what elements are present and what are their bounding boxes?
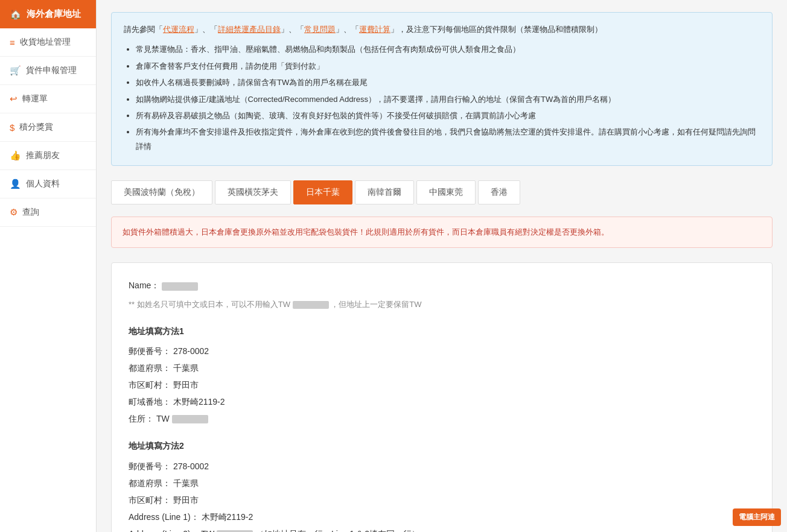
s1-prefecture-value: 千葉県	[173, 363, 199, 373]
sidebar-item-label: 查詢	[22, 207, 39, 218]
s1-postal-value: 278-0002	[173, 346, 209, 356]
tab-hk[interactable]: 香港	[478, 180, 520, 204]
sidebar-item-points[interactable]: $ 積分獎賞	[0, 113, 96, 142]
sidebar-header[interactable]: 🏠 海外倉庫地址	[0, 0, 96, 28]
sidebar-item-inquiry[interactable]: ⚙ 查詢	[0, 198, 96, 227]
bottom-logo: 電腦主阿達	[733, 508, 781, 526]
sidebar-item-label: 收貨地址管理	[20, 37, 71, 48]
name-row: Name：	[129, 277, 755, 294]
transfer-icon: ↩	[10, 93, 18, 104]
section2-title: 地址填寫方法2	[129, 438, 755, 454]
tab-japan[interactable]: 日本千葉	[293, 180, 352, 204]
s2-line2-note: （如地址只有一行，Line 1 & 2填在同一行）	[255, 529, 420, 532]
sidebar-item-label: 積分獎賞	[19, 122, 53, 133]
link-calc[interactable]: 運費計算	[359, 25, 390, 34]
tab-china[interactable]: 中國東莞	[416, 180, 476, 204]
s1-city: 市区町村： 野田市	[129, 376, 755, 393]
s1-prefecture: 都道府県： 千葉県	[129, 359, 755, 376]
gear-icon: ⚙	[10, 207, 18, 218]
warehouse-icon: 🏠	[10, 8, 22, 20]
notice-item-1: 常見禁運物品：香水、指甲油、壓縮氣體、易燃物品和肉類製品（包括任何含有肉類成份可…	[136, 42, 760, 56]
s2-line2-tw: TW	[201, 529, 214, 532]
warning-box: 如貨件外箱體積過大，日本倉庫會更換原外箱並改用宅配袋包裝貨件！此規則適用於所有貨…	[111, 217, 773, 248]
sidebar: 🏠 海外倉庫地址 ≡ 收貨地址管理 🛒 貨件申報管理 ↩ 轉運單 $ 積分獎賞 …	[0, 0, 97, 532]
s1-city-label: 市区町村：	[129, 380, 171, 390]
person-icon: 👤	[10, 179, 21, 189]
s1-postal: 郵便番号： 278-0002	[129, 343, 755, 359]
s2-postal-label: 郵便番号：	[129, 461, 171, 471]
s2-line1-value: 木野崎2119-2	[202, 512, 253, 522]
main-content: 請先參閱「代運流程」、「詳細禁運產品目錄」、「常見問題」、「運費計算」，及注意下…	[97, 0, 787, 532]
tab-uk[interactable]: 英國橫茨茅夫	[215, 180, 291, 204]
warning-text: 如貨件外箱體積過大，日本倉庫會更換原外箱並改用宅配袋包裝貨件！此規則適用於所有貨…	[123, 227, 609, 236]
sidebar-item-referral[interactable]: 👍 推薦朋友	[0, 142, 96, 170]
notice-list: 常見禁運物品：香水、指甲油、壓縮氣體、易燃物品和肉類製品（包括任何含有肉類成份可…	[124, 42, 760, 153]
sidebar-item-label: 轉運單	[22, 93, 48, 104]
s1-town-label: 町域番地：	[129, 397, 171, 407]
notice-box: 請先參閱「代運流程」、「詳細禁運產品目錄」、「常見問題」、「運費計算」，及注意下…	[111, 12, 773, 166]
dollar-icon: $	[10, 122, 14, 133]
s2-line2-label: Address (Line 2)：	[129, 529, 199, 532]
link-faq[interactable]: 常見問題	[304, 25, 336, 34]
s2-prefecture-label: 都道府県：	[129, 478, 171, 488]
s2-city-label: 市区町村：	[129, 495, 171, 505]
s2-line1-label: Address (Line 1)：	[129, 512, 199, 522]
sidebar-item-parcel-mgmt[interactable]: 🛒 貨件申報管理	[0, 57, 96, 85]
list-icon: ≡	[10, 37, 15, 48]
notice-intro: 請先參閱「代運流程」、「詳細禁運產品目錄」、「常見問題」、「運費計算」，及注意下…	[124, 22, 760, 36]
sidebar-item-label: 推薦朋友	[26, 150, 60, 161]
s1-address-tw: TW	[156, 414, 170, 423]
s1-town-value: 木野崎2119-2	[173, 397, 225, 407]
s2-prefecture-value: 千葉県	[173, 478, 199, 488]
link-process[interactable]: 代運流程	[163, 25, 194, 34]
s2-postal: 郵便番号： 278-0002	[129, 458, 755, 475]
s1-town: 町域番地： 木野崎2119-2	[129, 393, 755, 410]
notice-item-2: 倉庫不會替客戶支付任何費用，請勿使用「貨到付款」	[136, 59, 760, 73]
s1-postal-label: 郵便番号：	[129, 346, 171, 356]
s1-address-blurred	[172, 415, 208, 423]
s1-prefecture-label: 都道府県：	[129, 363, 171, 373]
notice-item-6: 所有海外倉庫均不會安排退件及拒收指定貨件，海外倉庫在收到您的貨件後會發往目的地，…	[136, 125, 760, 153]
s1-city-value: 野田市	[173, 380, 199, 390]
cart-icon: 🛒	[10, 65, 21, 76]
thumbsup-icon: 👍	[10, 150, 21, 161]
tw-username-blurred	[293, 301, 329, 309]
s2-city-value: 野田市	[173, 495, 199, 505]
sidebar-item-label: 貨件申報管理	[26, 65, 77, 76]
name-note: ** 如姓名只可填中文或日本，可以不用輸入TW ，但地址上一定要保留TW	[129, 297, 755, 312]
s2-postal-value: 278-0002	[173, 461, 209, 471]
sidebar-item-profile[interactable]: 👤 個人資料	[0, 170, 96, 198]
name-value-blurred	[162, 282, 198, 291]
sidebar-item-label: 個人資料	[26, 179, 60, 189]
sidebar-item-address-mgmt[interactable]: ≡ 收貨地址管理	[0, 28, 96, 57]
s1-address-label: 住所：	[129, 414, 154, 423]
notice-item-5: 所有易碎及容易破損之物品（如陶瓷、玻璃、沒有良好好包裝的貨件等）不接受任何破損賠…	[136, 109, 760, 122]
section1-title: 地址填寫方法1	[129, 323, 755, 340]
s2-line1: Address (Line 1)： 木野崎2119-2	[129, 508, 755, 525]
link-prohibited[interactable]: 詳細禁運產品目錄	[218, 25, 281, 34]
s2-city: 市区町村： 野田市	[129, 492, 755, 508]
name-label: Name：	[129, 280, 159, 290]
tab-korea[interactable]: 南韓首爾	[355, 180, 414, 204]
s2-line2: Address (Line 2)： TW （如地址只有一行，Line 1 & 2…	[129, 525, 755, 532]
notice-item-3: 如收件人名稱過長要刪減時，請保留含有TW為首的用戶名稱在最尾	[136, 75, 760, 89]
s2-prefecture: 都道府県： 千葉県	[129, 475, 755, 492]
region-tabs: 美國波特蘭（免稅） 英國橫茨茅夫 日本千葉 南韓首爾 中國東莞 香港	[111, 180, 773, 204]
sidebar-header-label: 海外倉庫地址	[27, 8, 81, 20]
address-card: Name： ** 如姓名只可填中文或日本，可以不用輸入TW ，但地址上一定要保留…	[111, 262, 773, 532]
s1-address: 住所： TW	[129, 410, 755, 427]
tab-usa[interactable]: 美國波特蘭（免稅）	[111, 180, 212, 204]
notice-item-4: 如購物網站提供修正/建議地址（Corrected/Recommended Add…	[136, 92, 760, 106]
sidebar-item-transfer[interactable]: ↩ 轉運單	[0, 85, 96, 113]
